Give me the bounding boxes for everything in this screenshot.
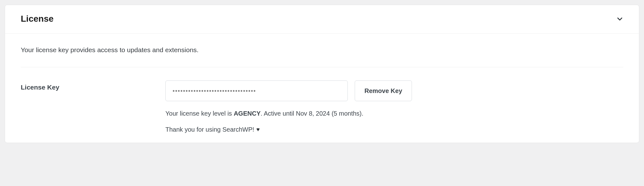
license-panel: License Your license key provides access… [5, 5, 639, 143]
license-status: Your license key level is AGENCY. Active… [165, 110, 623, 117]
remove-key-button[interactable]: Remove Key [355, 80, 412, 101]
license-status-prefix: Your license key level is [165, 110, 234, 117]
license-key-field: •••••••••••••••••••••••••••••••• Remove … [165, 80, 623, 133]
thank-you-line: Thank you for using SearchWP! ♥ [165, 126, 623, 133]
license-key-input[interactable]: •••••••••••••••••••••••••••••••• [165, 80, 348, 101]
license-key-label: License Key [21, 80, 165, 91]
chevron-down-icon [616, 15, 623, 22]
panel-description: Your license key provides access to upda… [21, 46, 623, 67]
panel-title: License [21, 14, 53, 24]
heart-icon: ♥ [256, 126, 260, 133]
license-key-masked: •••••••••••••••••••••••••••••••• [173, 88, 256, 94]
input-line: •••••••••••••••••••••••••••••••• Remove … [165, 80, 623, 101]
license-key-row: License Key ••••••••••••••••••••••••••••… [21, 67, 623, 133]
panel-body: Your license key provides access to upda… [5, 34, 639, 143]
panel-header[interactable]: License [5, 5, 639, 34]
thank-you-text: Thank you for using SearchWP! [165, 126, 254, 133]
license-level: AGENCY [234, 110, 261, 117]
license-status-suffix: . Active until Nov 8, 2024 (5 months). [261, 110, 364, 117]
